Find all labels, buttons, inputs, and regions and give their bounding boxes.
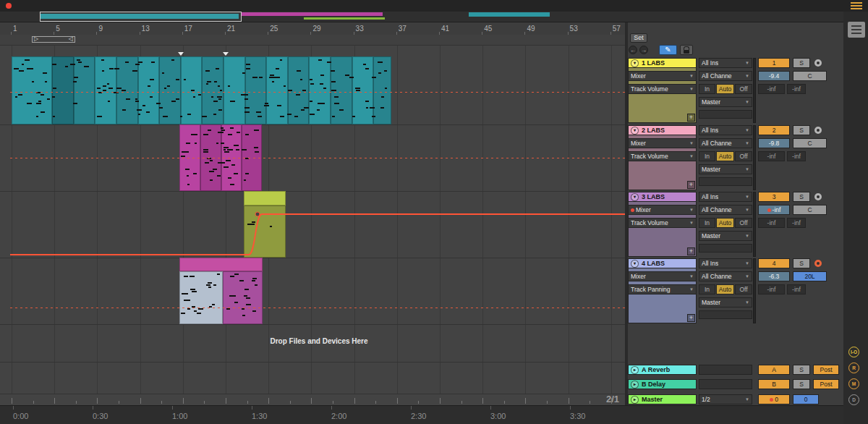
monitor-auto-button[interactable]: Auto	[716, 151, 734, 161]
mixer-device-chooser[interactable]: Mixer▼	[628, 271, 697, 281]
clip[interactable]	[179, 271, 222, 324]
meter-left-field[interactable]: -inf	[758, 284, 785, 294]
solo-button[interactable]: S	[793, 58, 810, 68]
track-activator-button[interactable]	[814, 59, 822, 67]
automation-control-chooser[interactable]: Track Volume▼	[628, 151, 697, 161]
io-extra-box[interactable]	[699, 310, 752, 319]
meter-right-field[interactable]: -inf	[787, 284, 806, 294]
output-chooser[interactable]: Master▼	[699, 231, 752, 241]
fold-track-icon[interactable]: ▾	[631, 127, 639, 135]
bar-ruler[interactable]: 159131721252933374145495357	[0, 22, 625, 35]
monitor-auto-button[interactable]: Auto	[716, 284, 734, 294]
mixer-device-chooser[interactable]: Mixer▼	[628, 138, 697, 148]
monitor-in-button[interactable]: In	[699, 284, 715, 294]
clip[interactable]	[224, 56, 245, 124]
mixer-device-chooser[interactable]: Mixer▼	[628, 205, 697, 215]
io-extra-box[interactable]	[699, 244, 752, 253]
cue-out-chooser[interactable]: 1/2▼	[699, 394, 752, 404]
pan-field[interactable]: C	[793, 205, 827, 215]
menu-icon[interactable]	[851, 2, 862, 9]
monitor-off-button[interactable]: Off	[735, 284, 752, 294]
pre-post-toggle[interactable]: Post	[813, 365, 839, 375]
mixer-device-chooser[interactable]: Mixer▼	[628, 71, 697, 81]
input-channel-chooser[interactable]: All Channe▼	[699, 138, 752, 148]
fold-track-icon[interactable]: ▾	[631, 260, 639, 268]
meter-left-field[interactable]: -inf	[758, 151, 785, 161]
add-automation-lane-button[interactable]: +	[687, 314, 695, 322]
meter-left-field[interactable]: -inf	[758, 218, 785, 228]
meter-right-field[interactable]: -inf	[787, 151, 806, 161]
clip[interactable]	[244, 191, 286, 205]
play-icon[interactable]: ▸	[631, 396, 639, 404]
monitor-in-button[interactable]: In	[699, 151, 715, 161]
input-type-chooser[interactable]: All Ins▼	[699, 58, 752, 68]
track-number-badge[interactable]: 3	[758, 192, 790, 202]
nudge-back-button[interactable]: ←	[629, 46, 637, 54]
automation-control-chooser[interactable]: Track Volume▼	[628, 84, 697, 94]
clip[interactable]	[373, 56, 391, 124]
fold-track-icon[interactable]: ▾	[631, 59, 639, 67]
solo-button[interactable]: S	[793, 258, 810, 268]
volume-field[interactable]: -6.3	[758, 271, 790, 281]
monitor-auto-button[interactable]: Auto	[716, 84, 734, 94]
clip[interactable]	[266, 56, 288, 124]
pan-field[interactable]: 20L	[793, 271, 827, 281]
monitor-off-button[interactable]: Off	[735, 151, 752, 161]
draw-mode-button[interactable]: ✎	[659, 45, 677, 55]
fold-track-icon[interactable]: ▾	[631, 193, 639, 201]
monitor-auto-button[interactable]: Auto	[716, 218, 734, 228]
arrangement-overview[interactable]	[0, 12, 843, 22]
volume-field[interactable]: -9.4	[758, 71, 790, 81]
track-number-badge[interactable]: 1	[758, 58, 790, 68]
input-channel-chooser[interactable]: All Channe▼	[699, 71, 752, 81]
solo-button[interactable]: S	[793, 192, 810, 202]
track-number-badge[interactable]: 4	[758, 258, 790, 268]
play-icon[interactable]: ▸	[631, 366, 639, 374]
solo-button[interactable]: S	[793, 125, 810, 135]
solo-button[interactable]: S	[793, 365, 810, 375]
solo-button[interactable]: S	[793, 379, 810, 389]
input-channel-chooser[interactable]: All Channe▼	[699, 205, 752, 215]
automation-control-chooser[interactable]: Track Panning▼	[628, 284, 697, 294]
section-toggle-r[interactable]: R	[848, 362, 859, 373]
add-automation-lane-button[interactable]: +	[687, 114, 695, 122]
pre-post-toggle[interactable]: Post	[813, 379, 839, 389]
return-track-name[interactable]: ▸A Reverb	[628, 365, 697, 375]
io-extra-box[interactable]	[699, 177, 752, 186]
add-automation-lane-button[interactable]: +	[687, 181, 695, 189]
clip[interactable]	[138, 56, 160, 124]
lock-envelopes-button[interactable]	[680, 45, 693, 55]
track-activator-button[interactable]	[814, 260, 822, 267]
overview-view-rectangle[interactable]	[40, 12, 242, 22]
clip[interactable]	[179, 258, 263, 271]
monitor-in-button[interactable]: In	[699, 84, 715, 94]
clip[interactable]	[159, 56, 181, 124]
master-volume-field[interactable]: 0	[793, 394, 819, 404]
track-name[interactable]: ▾2 LABS	[628, 125, 697, 135]
automation-control-chooser[interactable]: Track Volume▼	[628, 218, 697, 228]
master-track-name[interactable]: ▸Master	[628, 394, 697, 404]
nudge-forward-button[interactable]: →	[639, 46, 648, 54]
cue-volume-field[interactable]: 0	[758, 394, 790, 404]
pan-field[interactable]: C	[793, 138, 827, 148]
track-name[interactable]: ▾1 LABS	[628, 58, 697, 68]
track-activator-button[interactable]	[814, 127, 822, 134]
meter-right-field[interactable]: -inf	[787, 84, 806, 94]
clip[interactable]	[12, 56, 52, 124]
browser-toggle-button[interactable]	[848, 22, 865, 38]
input-channel-chooser[interactable]: All Channe▼	[699, 271, 752, 281]
input-type-chooser[interactable]: All Ins▼	[699, 258, 752, 268]
volume-field[interactable]: -inf	[758, 205, 790, 215]
close-button[interactable]	[6, 3, 12, 9]
section-toggle-m[interactable]: M	[848, 378, 859, 389]
add-automation-lane-button[interactable]: +	[687, 247, 695, 255]
output-chooser[interactable]: Master▼	[699, 164, 752, 174]
loop-start-icon[interactable]: ▷	[34, 35, 38, 43]
io-extra-box[interactable]	[699, 110, 752, 119]
return-io-box[interactable]	[699, 365, 752, 375]
loop-end-icon[interactable]: ◁	[69, 35, 73, 43]
send-badge[interactable]: A	[758, 365, 790, 375]
input-type-chooser[interactable]: All Ins▼	[699, 192, 752, 202]
input-type-chooser[interactable]: All Ins▼	[699, 125, 752, 135]
meter-right-field[interactable]: -inf	[787, 218, 806, 228]
